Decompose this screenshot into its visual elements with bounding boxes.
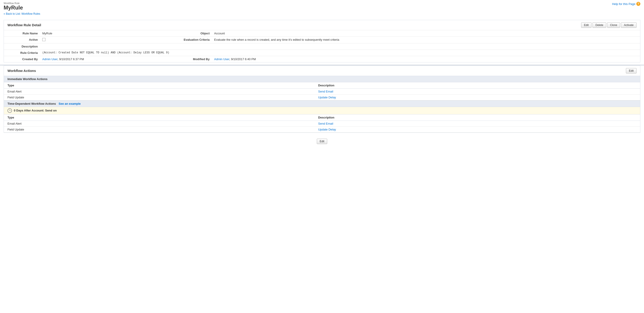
table-row: Email Alert Send Email	[4, 88, 640, 94]
immediate-actions-title: Immediate Workflow Actions	[8, 77, 48, 81]
action-buttons: Edit Delete Clone Activate	[581, 22, 636, 28]
back-to-list-link[interactable]: « Back to List: Workflow Rules	[4, 12, 40, 16]
modified-by-value: Admin User, 9/10/2017 6:40 PM	[212, 56, 640, 62]
actions-section-header: Workflow Actions Edit	[4, 66, 640, 76]
rule-name-value: MyRule	[40, 30, 176, 36]
rule-name-label: Rule Name	[4, 30, 40, 36]
action-type: Email Alert	[4, 120, 314, 126]
table-row: Field Update Update Delay	[4, 126, 640, 132]
breadcrumb: Workflow Rule	[4, 2, 640, 4]
time-dependent-actions-title: Time-Dependent Workflow Actions	[8, 102, 56, 106]
description-label: Description	[4, 43, 40, 50]
help-link[interactable]: Help for this Page ?	[612, 2, 640, 6]
active-row: Active Evaluation Criteria Evaluate the …	[4, 36, 640, 43]
see-example-link[interactable]: See an example	[58, 102, 81, 106]
clone-button[interactable]: Clone	[607, 22, 620, 28]
action-type: Field Update	[4, 126, 314, 132]
action-description-link[interactable]: Send Email	[318, 90, 333, 93]
immediate-actions-thead-row: Type Description	[4, 82, 640, 89]
created-modified-row: Created By Admin User, 9/10/2017 6:37 PM…	[4, 56, 640, 62]
active-value	[40, 36, 176, 43]
description-value	[40, 43, 640, 50]
action-description[interactable]: Send Email	[314, 88, 640, 94]
immediate-actions-subsection: Immediate Workflow Actions Type Descript…	[4, 76, 640, 100]
bottom-actions: Edit	[0, 135, 644, 148]
immediate-actions-table: Type Description Email Alert Send Email …	[4, 82, 640, 100]
description-row: Description	[4, 43, 640, 50]
action-description-link[interactable]: Send Email	[318, 122, 333, 125]
clock-icon	[8, 108, 12, 113]
section-header: Workflow Rule Detail Edit Delete Clone A…	[4, 20, 640, 30]
rule-criteria-label: Rule Criteria	[4, 50, 40, 56]
detail-table: Rule Name MyRule Object Account Active E…	[4, 30, 640, 62]
delete-button[interactable]: Delete	[592, 22, 606, 28]
modified-by-label: Modified By	[176, 56, 212, 62]
time-dependent-actions-subsection: Time-Dependent Workflow Actions See an e…	[4, 100, 640, 132]
rule-criteria-value: (Account: Created Date NOT EQUAL TO null…	[40, 50, 640, 56]
time-description-col: Description	[314, 114, 640, 121]
evaluation-criteria-label: Evaluation Criteria	[176, 36, 212, 43]
page-header: Help for this Page ? Workflow Rule MyRul…	[0, 0, 644, 16]
edit-button[interactable]: Edit	[581, 22, 592, 28]
rule-criteria-row: Rule Criteria (Account: Created Date NOT…	[4, 50, 640, 56]
active-label: Active	[4, 36, 40, 43]
time-trigger-label: 0 Days After Account: Send on	[14, 109, 57, 112]
action-type: Field Update	[4, 94, 314, 100]
time-dependent-actions-table: Type Description Email Alert Send Email …	[4, 114, 640, 132]
section-title: Workflow Rule Detail	[8, 23, 41, 27]
action-description-link[interactable]: Update Delay	[318, 128, 336, 131]
activate-button[interactable]: Activate	[621, 22, 636, 28]
actions-edit-button[interactable]: Edit	[626, 68, 636, 74]
immediate-actions-header: Immediate Workflow Actions	[4, 76, 640, 82]
help-icon: ?	[636, 2, 640, 6]
time-type-col: Type	[4, 114, 314, 121]
active-checkbox	[42, 38, 46, 41]
action-description[interactable]: Update Delay	[314, 94, 640, 100]
action-description[interactable]: Update Delay	[314, 126, 640, 132]
immediate-description-col: Description	[314, 82, 640, 89]
modified-by-date: , 9/10/2017 6:40 PM	[229, 58, 256, 61]
table-row: Email Alert Send Email	[4, 120, 640, 126]
actions-section-title: Workflow Actions	[8, 69, 36, 72]
action-description[interactable]: Send Email	[314, 120, 640, 126]
time-dependent-thead-row: Type Description	[4, 114, 640, 121]
bottom-edit-button[interactable]: Edit	[317, 139, 328, 144]
created-by-date: , 9/10/2017 6:37 PM	[58, 58, 84, 61]
rule-name-row: Rule Name MyRule Object Account	[4, 30, 640, 36]
workflow-actions-section: Workflow Actions Edit Immediate Workflow…	[4, 66, 640, 133]
workflow-rule-detail-section: Workflow Rule Detail Edit Delete Clone A…	[4, 20, 640, 62]
immediate-type-col: Type	[4, 82, 314, 89]
created-by-label: Created By	[4, 56, 40, 62]
table-row: Field Update Update Delay	[4, 94, 640, 100]
time-trigger-row: 0 Days After Account: Send on	[4, 107, 640, 114]
time-dependent-actions-header: Time-Dependent Workflow Actions See an e…	[4, 100, 640, 107]
action-type: Email Alert	[4, 88, 314, 94]
modified-by-link[interactable]: Admin User	[214, 58, 229, 61]
object-value: Account	[212, 30, 640, 36]
page-title: MyRule	[4, 4, 640, 11]
created-by-value: Admin User, 9/10/2017 6:37 PM	[40, 56, 176, 62]
created-by-link[interactable]: Admin User	[42, 58, 58, 61]
object-label: Object	[176, 30, 212, 36]
action-description-link[interactable]: Update Delay	[318, 96, 336, 99]
help-link-text: Help for this Page	[612, 2, 636, 6]
evaluation-criteria-value: Evaluate the rule when a record is creat…	[212, 36, 640, 43]
